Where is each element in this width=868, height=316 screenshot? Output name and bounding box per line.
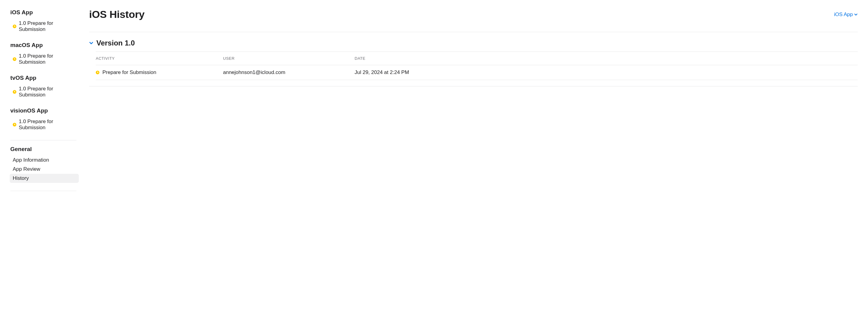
sidebar-item-label: 1.0 Prepare for Submission xyxy=(19,119,76,131)
sidebar-heading-ios[interactable]: iOS App xyxy=(10,9,79,16)
header-row: iOS History iOS App xyxy=(89,8,858,20)
sidebar-group-general: General App Information App Review Histo… xyxy=(10,146,79,183)
sidebar-item-label: App Review xyxy=(13,166,40,172)
version-title: Version 1.0 xyxy=(96,39,135,47)
version-header[interactable]: Version 1.0 xyxy=(89,39,858,47)
sidebar-item-app-review[interactable]: App Review xyxy=(10,165,79,174)
sidebar-item-label: 1.0 Prepare for Submission xyxy=(19,86,76,98)
sidebar-group-ios: iOS App 1.0 Prepare for Submission xyxy=(10,9,79,34)
platform-picker-label: iOS App xyxy=(834,11,853,18)
sidebar-heading-visionos[interactable]: visionOS App xyxy=(10,107,79,114)
activity-label: Prepare for Submission xyxy=(102,69,156,76)
column-header-user: USER xyxy=(223,56,354,61)
sidebar-item-app-information[interactable]: App Information xyxy=(10,155,79,165)
sidebar-heading-macos[interactable]: macOS App xyxy=(10,42,79,49)
cell-date: Jul 29, 2024 at 2:24 PM xyxy=(354,69,858,76)
sidebar-item-label: 1.0 Prepare for Submission xyxy=(19,20,76,32)
cell-user: annejohnson1@icloud.com xyxy=(223,69,354,76)
sidebar-heading-tvos[interactable]: tvOS App xyxy=(10,75,79,81)
section-divider xyxy=(89,86,858,86)
column-header-activity: ACTIVITY xyxy=(96,56,223,61)
sidebar-item-label: History xyxy=(13,175,29,181)
status-pending-icon xyxy=(13,123,17,126)
sidebar-divider xyxy=(10,191,76,191)
chevron-down-icon xyxy=(854,13,858,17)
status-pending-icon xyxy=(13,25,17,28)
sidebar: iOS App 1.0 Prepare for Submission macOS… xyxy=(0,0,79,197)
platform-picker[interactable]: iOS App xyxy=(834,11,858,18)
section-divider xyxy=(89,32,858,32)
sidebar-divider xyxy=(10,140,76,140)
main-content: iOS History iOS App Version 1.0 ACTIVITY… xyxy=(79,0,868,197)
sidebar-group-macos: macOS App 1.0 Prepare for Submission xyxy=(10,42,79,67)
status-pending-icon xyxy=(96,71,99,74)
column-header-date: DATE xyxy=(354,56,858,61)
sidebar-heading-general: General xyxy=(10,146,79,152)
sidebar-item-label: App Information xyxy=(13,157,49,163)
status-pending-icon xyxy=(13,57,17,61)
chevron-down-icon xyxy=(89,41,93,45)
sidebar-group-tvos: tvOS App 1.0 Prepare for Submission xyxy=(10,75,79,99)
sidebar-item-history[interactable]: History xyxy=(10,174,79,183)
sidebar-item-label: 1.0 Prepare for Submission xyxy=(19,53,76,65)
sidebar-item-ios-version[interactable]: 1.0 Prepare for Submission xyxy=(10,19,79,34)
sidebar-group-visionos: visionOS App 1.0 Prepare for Submission xyxy=(10,107,79,132)
sidebar-item-macos-version[interactable]: 1.0 Prepare for Submission xyxy=(10,52,79,67)
history-table: ACTIVITY USER DATE Prepare for Submissio… xyxy=(96,52,858,80)
page-title: iOS History xyxy=(89,8,145,20)
table-header: ACTIVITY USER DATE xyxy=(96,52,858,65)
sidebar-item-visionos-version[interactable]: 1.0 Prepare for Submission xyxy=(10,117,79,132)
status-pending-icon xyxy=(13,90,17,94)
table-row: Prepare for Submission annejohnson1@iclo… xyxy=(96,65,858,80)
sidebar-item-tvos-version[interactable]: 1.0 Prepare for Submission xyxy=(10,84,79,99)
cell-activity: Prepare for Submission xyxy=(96,69,223,76)
